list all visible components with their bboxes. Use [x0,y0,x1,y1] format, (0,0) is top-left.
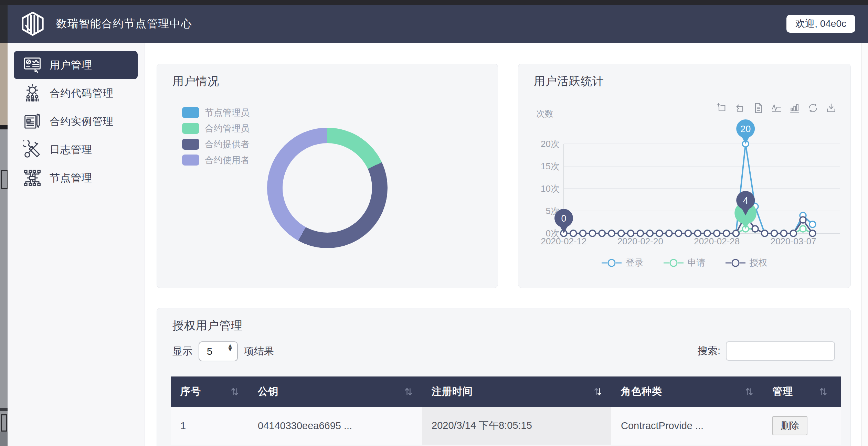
sliver-segment [0,43,8,125]
legend-item[interactable]: 合约使用者 [182,152,250,168]
contract-code-management-icon [23,84,42,103]
svg-text:4: 4 [743,195,748,206]
legend-label: 节点管理员 [205,107,250,119]
column-header-register-time[interactable]: 注册时间 [422,385,611,399]
sliver-segment [0,408,8,411]
sidebar-item-label: 合约实例管理 [50,115,114,129]
sort-icon [745,386,753,397]
legend-label: 授权 [750,257,768,269]
search-control: 搜索: [698,341,835,361]
sort-icon [819,386,827,397]
sliver-segment [0,432,8,446]
search-input[interactable] [726,341,835,361]
legend-swatch-node-admin [182,107,199,118]
legend-swatch-contract-user [182,155,199,166]
svg-text:15次: 15次 [541,161,560,171]
legend-item-apply[interactable]: 申请 [664,257,706,269]
sliver-segment [0,125,8,129]
sidebar-item-node-management[interactable]: 节点管理 [14,164,138,192]
sidebar-item-user-management[interactable]: 用户管理 [14,51,138,79]
select-arrows-icon: ▲▼ [227,344,233,351]
authorized-users-card: 授权用户管理 显示 5 ▲▼ 项结果 搜索: 序号 公钥 [157,308,851,446]
show-label: 显示 [172,344,192,358]
search-label: 搜索: [698,344,720,358]
cell-public-key: 04140330eea6695 ... [248,407,422,445]
app-title: 数瑞智能合约节点管理中心 [56,17,192,31]
refresh-icon[interactable] [807,103,818,114]
legend-item-authorize[interactable]: 授权 [726,257,768,269]
contract-instance-management-icon [23,112,42,131]
cell-index: 1 [171,407,248,445]
legend-label: 登录 [626,257,644,269]
app-logo-icon [19,10,46,38]
legend-swatch-contract-provider [182,139,199,150]
chart-toolbox [716,103,837,114]
line-chart-icon[interactable] [771,103,782,114]
svg-text:0: 0 [561,213,566,224]
svg-text:2020-03-07: 2020-03-07 [771,236,816,246]
card-title: 用户活跃统计 [534,74,604,89]
legend-item[interactable]: 合约管理员 [182,120,250,136]
column-header-index[interactable]: 序号 [171,385,248,399]
sidebar-item-log-management[interactable]: 日志管理 [14,136,138,164]
column-header-manage[interactable]: 管理 [763,385,837,399]
card-title: 用户情况 [172,74,219,89]
line-chart-legend: 登录 申请 授权 [518,257,850,269]
sidebar-item-label: 日志管理 [50,143,92,157]
node-management-icon [23,168,42,188]
user-roles-donut-chart[interactable] [267,128,388,248]
zoom-reset-icon[interactable] [734,103,745,114]
pie-legend: 节点管理员 合约管理员 合约提供者 合约使用者 [182,105,250,168]
svg-text:2020-02-12: 2020-02-12 [541,236,587,246]
sidebar-item-contract-instance-management[interactable]: 合约实例管理 [14,107,138,136]
column-header-public-key[interactable]: 公钥 [248,385,422,399]
window-top-strip [0,0,868,5]
svg-text:20次: 20次 [541,139,560,149]
legend-label: 合约管理员 [205,123,250,135]
legend-swatch-contract-admin [182,123,199,134]
column-header-role[interactable]: 角色种类 [611,385,763,399]
log-management-icon [23,140,42,159]
sort-icon [405,386,412,397]
sliver-segment [0,5,8,43]
legend-item-login[interactable]: 登录 [602,257,644,269]
sort-icon [594,386,602,397]
sidebar: 用户管理 合约代码管理 合约实例管理 [8,43,145,446]
user-activity-card: 用户活跃统计 次数 [518,64,851,288]
download-icon[interactable] [826,103,837,114]
svg-text:2020-02-28: 2020-02-28 [694,236,740,246]
sliver-icon [1,414,7,432]
legend-label: 申请 [688,257,706,269]
page-size-control: 显示 5 ▲▼ 项结果 [172,341,274,361]
svg-text:10次: 10次 [541,183,560,194]
welcome-button[interactable]: 欢迎, 04e0c [786,15,855,33]
user-management-icon [23,55,42,75]
legend-item[interactable]: 节点管理员 [182,105,250,120]
table-row: 1 04140330eea6695 ... 2020/3/14 下午8:05:1… [171,407,841,445]
page-size-select[interactable]: 5 ▲▼ [199,341,238,361]
bar-chart-icon[interactable] [789,103,800,114]
sidebar-item-label: 用户管理 [50,58,92,72]
sidebar-item-label: 合约代码管理 [50,86,114,100]
app-header: 数瑞智能合约节点管理中心 欢迎, 04e0c [8,5,868,43]
scrollbar[interactable] [861,43,868,446]
legend-item[interactable]: 合约提供者 [182,136,250,152]
sliver-icon [1,170,8,189]
sidebar-item-contract-code-management[interactable]: 合约代码管理 [14,79,138,107]
sort-icon [231,386,239,397]
legend-label: 合约提供者 [205,138,250,150]
legend-label: 合约使用者 [205,154,250,166]
authorized-users-table: 序号 公钥 注册时间 角色种类 [171,376,841,445]
background-window-sliver [0,5,8,446]
page-size-value: 5 [207,346,212,357]
delete-button[interactable]: 删除 [772,416,807,435]
results-suffix-label: 项结果 [244,344,274,358]
data-zoom-icon[interactable] [716,103,727,114]
svg-text:20: 20 [740,124,751,134]
data-view-icon[interactable] [753,103,764,114]
cell-role: ContractProvide ... [611,407,763,445]
activity-line-chart[interactable]: 0次5次10次15次20次2020-02-122020-02-202020-02… [518,116,850,248]
table-header-row: 序号 公钥 注册时间 角色种类 [171,376,841,407]
svg-text:2020-02-20: 2020-02-20 [617,236,663,246]
card-title: 授权用户管理 [172,318,243,333]
